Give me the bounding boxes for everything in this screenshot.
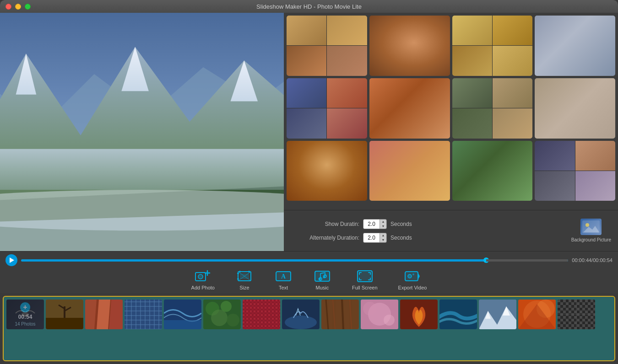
- background-picture-area[interactable]: Background Picture: [562, 219, 611, 243]
- film-10-svg: [361, 300, 398, 329]
- transition-12[interactable]: [535, 141, 615, 201]
- svg-point-33: [323, 276, 325, 278]
- filmstrip-item-11[interactable]: [400, 300, 438, 329]
- transition-4[interactable]: [535, 16, 615, 76]
- progress-handle[interactable]: [483, 257, 489, 263]
- film-11-svg: [400, 300, 438, 329]
- app-window: Slideshow Maker HD - Photo Movie Lite: [0, 0, 618, 364]
- svg-point-12: [585, 223, 589, 227]
- alt-duration-seconds: Seconds: [390, 235, 412, 241]
- time-display: 00:00:44/00:00:54: [572, 257, 613, 263]
- preview-area: [0, 13, 284, 251]
- alt-duration-down[interactable]: ▼: [380, 238, 386, 242]
- playback-row: 00:00:44/00:00:54: [0, 252, 618, 266]
- export-video-icon: [403, 269, 422, 284]
- add-photo-icon: [194, 269, 212, 284]
- close-button[interactable]: [5, 4, 11, 10]
- svg-rect-45: [46, 318, 83, 329]
- transition-1[interactable]: [287, 16, 367, 76]
- svg-marker-52: [109, 300, 123, 329]
- duration-settings: Show Duratin: 2.0 ▲ ▼ Seconds Alternatel…: [284, 210, 618, 251]
- film-14-svg: [518, 300, 556, 329]
- toolbar: Add Photo Size: [0, 266, 618, 293]
- transition-8[interactable]: [535, 78, 615, 139]
- show-duration-up[interactable]: ▲: [380, 219, 386, 224]
- play-button[interactable]: [5, 254, 17, 266]
- duration-rows: Show Duratin: 2.0 ▲ ▼ Seconds Alternatel…: [291, 219, 558, 243]
- film-6-svg: [203, 300, 241, 329]
- show-duration-arrows: ▲ ▼: [379, 219, 386, 229]
- export-video-label: Export Video: [398, 285, 427, 290]
- svg-rect-22: [240, 273, 249, 279]
- transition-9[interactable]: [287, 141, 367, 201]
- filmstrip-item-3[interactable]: [85, 300, 123, 329]
- svg-point-60: [211, 310, 228, 326]
- right-panel: Show Duratin: 2.0 ▲ ▼ Seconds Alternatel…: [284, 13, 618, 251]
- filmstrip-item-15[interactable]: [558, 300, 595, 329]
- filmstrip-item-13[interactable]: [479, 300, 516, 329]
- filmstrip-first-item[interactable]: + 00:54 14 Photos: [6, 300, 44, 329]
- filmstrip-item-14[interactable]: [518, 300, 556, 329]
- svg-marker-51: [97, 300, 110, 329]
- alt-duration-up[interactable]: ▲: [380, 233, 386, 238]
- filmstrip-area: + 00:54 14 Photos: [0, 293, 618, 364]
- filmstrip-item-8[interactable]: [282, 300, 320, 329]
- background-picture-label: Background Picture: [571, 237, 611, 243]
- film-3-svg: [85, 300, 123, 329]
- export-video-button[interactable]: Export Video: [398, 269, 427, 290]
- left-panel: [0, 13, 284, 251]
- filmstrip-item-6[interactable]: [203, 300, 241, 329]
- svg-rect-7: [0, 149, 284, 190]
- transition-7[interactable]: [452, 78, 533, 139]
- svg-rect-65: [243, 300, 280, 329]
- transition-5[interactable]: [287, 78, 367, 139]
- alt-duration-value: 2.0: [363, 233, 379, 242]
- play-icon: [10, 257, 14, 263]
- alt-duration-arrows: ▲ ▼: [379, 233, 386, 242]
- filmstrip-item-7[interactable]: [243, 300, 280, 329]
- filmstrip-item-9[interactable]: [321, 300, 359, 329]
- background-picture-icon: [580, 219, 602, 235]
- svg-text:A: A: [281, 273, 286, 280]
- filmstrip-item-5[interactable]: [164, 300, 201, 329]
- film-5-svg: [164, 300, 201, 329]
- svg-point-76: [384, 315, 395, 326]
- transition-11[interactable]: [452, 141, 533, 201]
- text-button[interactable]: A Text: [274, 269, 293, 290]
- music-button[interactable]: Music: [313, 269, 331, 290]
- transition-10[interactable]: [369, 141, 450, 201]
- size-button[interactable]: Size: [235, 269, 254, 290]
- show-duration-label: Show Duratin:: [291, 221, 359, 227]
- text-icon: A: [274, 269, 293, 284]
- text-label: Text: [279, 285, 288, 290]
- full-screen-button[interactable]: Full Screen: [352, 269, 378, 290]
- transition-3[interactable]: [452, 16, 533, 76]
- transitions-grid: [284, 13, 618, 210]
- filmstrip-item-4[interactable]: [125, 300, 162, 329]
- alt-duration-input[interactable]: 2.0 ▲ ▼: [363, 233, 387, 243]
- maximize-button[interactable]: [25, 4, 31, 10]
- svg-point-41: [412, 273, 414, 275]
- size-icon: [235, 269, 254, 284]
- transition-6[interactable]: [369, 78, 450, 139]
- size-label: Size: [239, 285, 249, 290]
- titlebar: Slideshow Maker HD - Photo Movie Lite: [0, 0, 618, 13]
- filmstrip-item-10[interactable]: [361, 300, 398, 329]
- minimize-button[interactable]: [15, 4, 21, 10]
- add-photo-button[interactable]: Add Photo: [191, 269, 215, 290]
- app-title: Slideshow Maker HD - Photo Movie Lite: [256, 3, 362, 10]
- transition-2[interactable]: [369, 16, 450, 76]
- show-duration-input[interactable]: 2.0 ▲ ▼: [363, 219, 387, 229]
- progress-track[interactable]: [21, 259, 568, 262]
- film-2-svg: [46, 300, 83, 329]
- window-controls: [5, 4, 31, 10]
- svg-marker-38: [418, 273, 420, 280]
- show-duration-down[interactable]: ▼: [380, 224, 386, 229]
- filmstrip-item-12[interactable]: [439, 300, 477, 329]
- full-screen-icon: [356, 269, 374, 284]
- svg-rect-54: [125, 300, 162, 329]
- svg-point-75: [363, 302, 377, 316]
- film-7-svg: [243, 300, 280, 329]
- filmstrip-item-2[interactable]: [46, 300, 83, 329]
- film-strip: + 00:54 14 Photos: [3, 296, 615, 361]
